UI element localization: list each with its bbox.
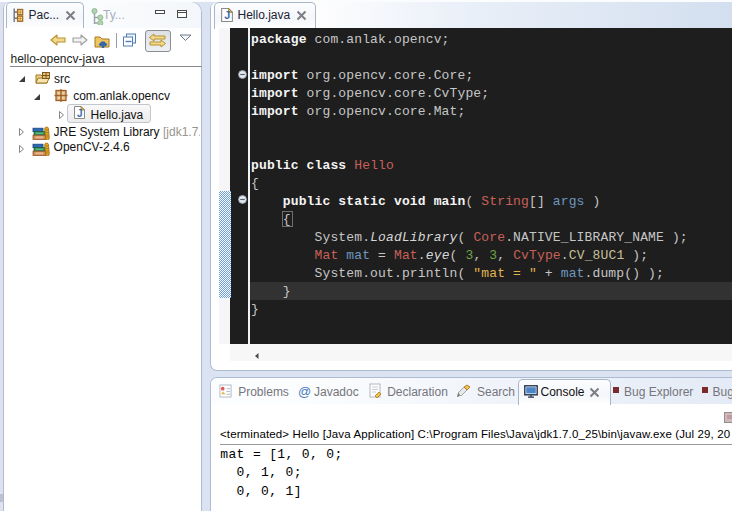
svg-text:J: J [77, 108, 83, 119]
svg-text:J: J [224, 9, 230, 21]
